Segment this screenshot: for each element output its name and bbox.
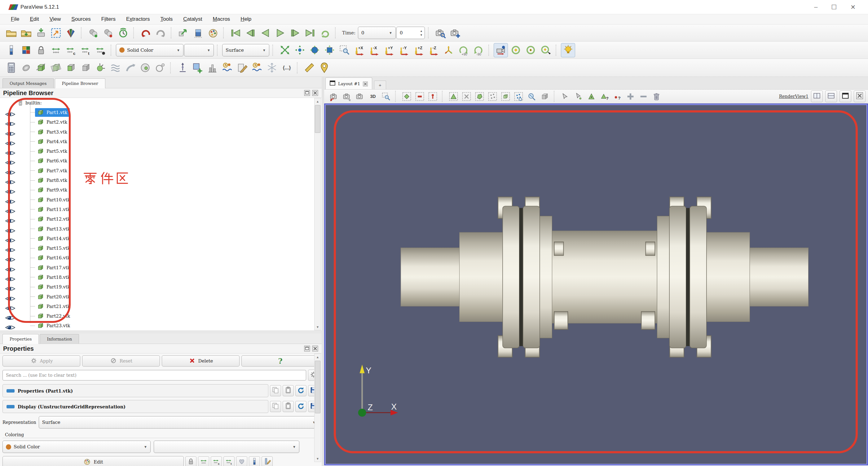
load-color-palette[interactable] [206,26,220,40]
visibility-eye-icon[interactable] [5,148,16,155]
search-input[interactable] [2,370,306,380]
extract-subset[interactable] [79,61,93,75]
pipeline-item-part22-vtk[interactable]: Part22.vtk [0,311,314,321]
close-panel-icon[interactable] [312,90,318,96]
scroll-thumb[interactable] [315,105,320,133]
clear-selection[interactable] [650,90,662,102]
set-view-plus-z[interactable]: +Z [411,43,426,57]
apply-isometric-view[interactable] [441,43,456,57]
save-state[interactable] [34,26,48,40]
pipeline-item-part21-vtk[interactable]: Part21.vtk [0,302,314,311]
menu-extractors[interactable]: Extractors [121,15,155,24]
temporal-interpolator[interactable] [265,61,279,75]
copy-properties-button[interactable] [270,385,281,396]
choose-color-preset[interactable] [19,43,33,57]
rotate-90-clockwise[interactable]: +90 [456,43,470,57]
pipeline-item-part3-vtk[interactable]: Part3.vtk [0,127,314,137]
apply-button[interactable]: Apply [2,355,80,367]
select-points-on[interactable] [413,90,426,102]
rotate-90-counterclockwise[interactable]: -90 [471,43,485,57]
reset-session[interactable] [116,26,130,40]
pipeline-item-part15-vtk[interactable]: Part15.vtk [0,243,314,253]
select-cells-on[interactable] [400,90,413,102]
clip[interactable] [34,61,48,75]
pipeline-item-part6-vtk[interactable]: Part6.vtk [0,156,314,166]
undock-icon[interactable] [304,345,311,352]
camera-undo[interactable] [328,90,340,102]
warp-by-vector[interactable] [123,61,137,75]
visibility-eye-icon[interactable] [5,293,16,300]
rescale-over-all-timesteps[interactable] [93,43,107,57]
histogram[interactable] [205,61,219,75]
paste-display-button[interactable] [283,401,294,412]
redo[interactable] [153,26,168,40]
new-layout-tab[interactable]: + [374,81,386,89]
probe-location[interactable] [317,61,331,75]
horizontal-splitter[interactable] [0,330,322,333]
camera-redo[interactable] [341,90,353,102]
pipeline-item-part1-vtk[interactable]: Part1.vtk [0,107,314,117]
pipeline-item-part20-vtk[interactable]: Part20.vtk [0,292,314,302]
previous-frame[interactable] [243,26,257,40]
point-tooltip[interactable]: ? [611,90,623,102]
group-datasets[interactable] [138,61,152,75]
pipeline-item-part14-vtk[interactable]: Part14.vtk [0,234,314,243]
rescale-to-data-range[interactable] [49,43,63,57]
tab-pipeline-browser[interactable]: Pipeline Browser [55,79,105,88]
pipeline-item-part2-vtk[interactable]: Part2.vtk [0,118,314,127]
pipeline-scrollbar[interactable]: ▲ ▼ [314,98,321,330]
toggle-2d-3d[interactable]: 3D [367,90,379,102]
add-screenshot[interactable] [448,26,462,40]
renderview-link[interactable]: RenderView1 [779,94,808,99]
interactive-select-points[interactable] [585,90,597,102]
menu-sources[interactable]: Sources [66,15,96,24]
visibility-eye-icon[interactable] [5,313,16,319]
copy-display-button[interactable] [270,401,281,412]
menu-filters[interactable]: Filters [96,15,121,24]
visibility-eye-icon[interactable] [5,264,16,271]
toggle-color-legend[interactable] [4,43,18,57]
visibility-eye-icon[interactable] [5,283,16,290]
interactive-select-cells[interactable] [525,90,538,102]
pipeline-item-part4-vtk[interactable]: Part4.vtk [0,137,314,146]
color-by[interactable]: Solid Color▼ [116,44,183,56]
python-calculator[interactable]: {...} [280,61,294,75]
grow-selection[interactable] [624,90,637,102]
next-frame[interactable] [288,26,302,40]
hover-points[interactable] [572,90,585,102]
hover-cells[interactable] [559,90,571,102]
undock-icon[interactable] [304,90,311,96]
representation-select[interactable]: Surface▼ [222,44,269,56]
zoom-closest-to-data[interactable] [322,43,337,57]
edit-color-map[interactable] [191,26,205,40]
pipeline-item-part18-vtk[interactable]: Part18.vtk [0,272,314,282]
reload-properties-button[interactable] [295,385,307,396]
menu-file[interactable]: File [6,15,25,24]
select-cells-data[interactable] [538,90,551,102]
close-button[interactable]: ✕ [850,3,856,11]
tab-layout1[interactable]: Layout #1 [326,77,372,89]
disconnect[interactable] [101,26,115,40]
reset-camera-closest[interactable] [307,43,322,57]
reset-center-of-rotation[interactable] [523,43,538,57]
scroll-thumb[interactable] [315,361,320,413]
play[interactable] [273,26,287,40]
zoom-to-box[interactable] [380,90,392,102]
visibility-eye-icon[interactable] [5,245,16,252]
color-array-combo[interactable]: Solid Color▼ [2,441,151,453]
select-cells-rect[interactable] [447,90,460,102]
properties-section-header[interactable]: Properties (Part1.vtk) [2,384,268,397]
pipeline-item-builtin[interactable]: builtin: [0,98,314,107]
pipeline-item-part17-vtk[interactable]: Part17.vtk [0,263,314,272]
pipeline-item-part5-vtk[interactable]: Part5.vtk [0,146,314,156]
pipeline-item-part7-vtk[interactable]: Part7.vtk [0,166,314,175]
choose-preset-button[interactable] [261,456,273,466]
ruler[interactable] [302,61,316,75]
stream-tracer[interactable] [108,61,122,75]
reset-button[interactable]: Reset [82,355,160,367]
visibility-eye-icon[interactable] [5,167,16,174]
pick-center-of-rotation[interactable] [538,43,553,57]
auto-apply[interactable] [176,26,190,40]
split-vertical-button[interactable] [825,91,837,102]
loop[interactable] [318,26,332,40]
